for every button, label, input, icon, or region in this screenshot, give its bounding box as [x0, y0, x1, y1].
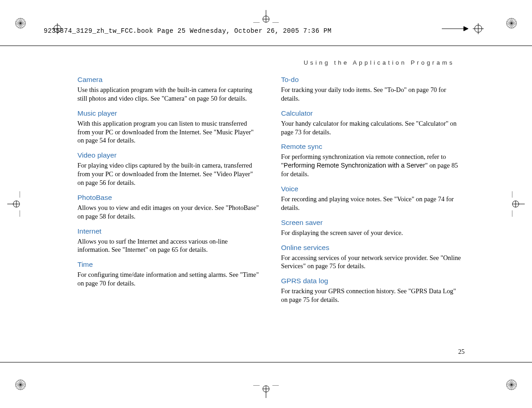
section-body: For displaying the screen saver of your … — [281, 229, 464, 237]
section-title-video: Video player — [77, 151, 260, 159]
doc-info-line: 9235874_3129_zh_tw_FCC.book Page 25 Wedn… — [44, 27, 332, 35]
section-body: For tracking your GPRS connection histor… — [281, 287, 464, 304]
registration-mark-icon — [253, 385, 279, 398]
section-body: Allows you to surf the Internet and acce… — [77, 237, 260, 255]
section-body: For playing video clips captured by the … — [77, 161, 260, 187]
section-title-gprs: GPRS data log — [281, 277, 464, 285]
section-title-todo: To-do — [281, 76, 464, 84]
section-title-photobase: PhotoBase — [77, 194, 260, 202]
registration-mark-icon — [7, 191, 20, 217]
section-body: For accessing services of your network s… — [281, 254, 464, 271]
crop-mark-icon — [15, 379, 26, 391]
section-body: Allows you to view and edit images on yo… — [77, 204, 260, 221]
crop-mark-icon — [15, 17, 26, 29]
right-column: To-do For tracking your daily todo items… — [281, 73, 464, 358]
crop-mark-icon — [506, 17, 517, 29]
section-title-online-services: Online services — [281, 244, 464, 252]
section-title-screen-saver: Screen saver — [281, 219, 464, 227]
section-body: Use this application program with the bu… — [77, 86, 260, 103]
page-number: 25 — [458, 348, 465, 356]
svg-marker-64 — [464, 26, 468, 31]
section-body: For configuring time/date information an… — [77, 270, 260, 288]
section-body: For recording and playing voice notes. S… — [281, 195, 464, 212]
section-title-internet: Internet — [77, 227, 260, 235]
section-body: Your handy calculator for making calcula… — [281, 119, 464, 137]
section-title-calculator: Calculator — [281, 109, 464, 117]
content-columns: Camera Use this application program with… — [77, 73, 464, 358]
running-head: Using the Application Programs — [304, 59, 455, 66]
text-run-sans: Performing Remote Synchronization with a… — [284, 162, 425, 169]
section-title-remote-sync: Remote sync — [281, 143, 464, 151]
section-body: With this application program you can li… — [77, 119, 260, 145]
section-body: For performing synchronization via remot… — [281, 153, 464, 178]
section-title-voice: Voice — [281, 185, 464, 193]
registration-mark-icon — [512, 191, 525, 217]
registration-mark-icon — [253, 10, 279, 23]
crop-mark-icon — [506, 379, 517, 391]
section-title-camera: Camera — [77, 76, 260, 84]
left-column: Camera Use this application program with… — [77, 73, 260, 358]
frame-line-bottom — [0, 362, 532, 362]
section-title-music: Music player — [77, 109, 260, 117]
frame-line-top — [0, 46, 532, 46]
section-body: For tracking your daily todo items. See … — [281, 86, 464, 103]
section-title-time: Time — [77, 260, 260, 269]
